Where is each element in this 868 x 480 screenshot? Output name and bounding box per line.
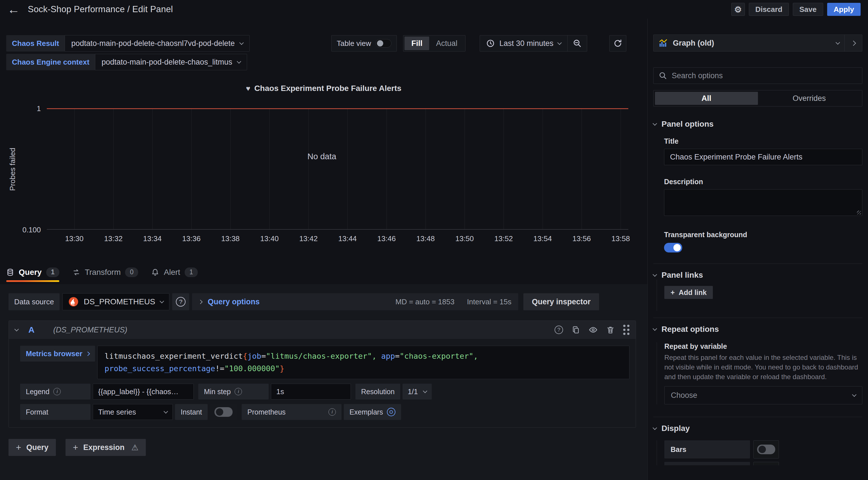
- refresh-icon: [613, 39, 622, 48]
- back-arrow-icon[interactable]: ←: [7, 3, 20, 15]
- instant-label: Instant: [175, 404, 208, 420]
- y-tick-label: 0.100: [12, 226, 41, 234]
- query-workspace: Data source DS_PROMETHEUS ?: [0, 284, 647, 480]
- trash-icon[interactable]: [606, 325, 615, 334]
- tab-transform[interactable]: Transform 0: [72, 261, 138, 284]
- query-options-bar[interactable]: Query options MD = auto = 1853 Interval …: [192, 293, 518, 310]
- add-link-button[interactable]: + Add link: [664, 286, 713, 299]
- resolution-value: 1/1: [408, 387, 418, 396]
- query-row-header[interactable]: A (DS_PROMETHEUS) ?: [9, 321, 636, 339]
- panel-links-header[interactable]: Panel links: [653, 271, 862, 280]
- zoom-out-button[interactable]: [567, 35, 587, 51]
- tab-alert[interactable]: Alert 1: [151, 261, 198, 284]
- help-icon[interactable]: ?: [555, 325, 563, 334]
- x-tick-label: 13:58: [612, 234, 630, 243]
- repeat-variable-select[interactable]: Choose: [664, 386, 862, 404]
- add-expression-button[interactable]: + Expression ⚠: [65, 439, 146, 456]
- save-button[interactable]: Save: [793, 3, 823, 16]
- tab-all[interactable]: All: [655, 92, 758, 105]
- prometheus-icon: [68, 297, 79, 307]
- table-view-toggle[interactable]: [376, 39, 392, 47]
- chevron-down-icon: [836, 40, 840, 44]
- promql-editor[interactable]: litmuschaos_experiment_verdict{job="litm…: [97, 346, 629, 379]
- choose-placeholder: Choose: [671, 391, 697, 400]
- panel-options-header[interactable]: Panel options: [653, 119, 862, 129]
- tab-label: Alert: [164, 268, 180, 277]
- resolution-select[interactable]: 1/1: [403, 384, 432, 400]
- transparent-bg-toggle[interactable]: [664, 243, 682, 252]
- eye-icon[interactable]: [589, 325, 598, 334]
- datasource-label: Data source: [8, 293, 60, 310]
- variable-value-dropdown[interactable]: podtato-main-pod-delete-chaos_litmus: [95, 54, 247, 70]
- duplicate-icon[interactable]: [571, 325, 580, 334]
- chevron-right-icon: [86, 351, 90, 356]
- display-body: Bars: [657, 440, 862, 465]
- viz-picker-expand-button[interactable]: [844, 35, 862, 51]
- collapse-chevron-icon: [653, 272, 657, 277]
- legend-input[interactable]: [93, 384, 194, 400]
- option-label: [664, 462, 750, 465]
- time-range-button[interactable]: Last 30 minutes: [480, 35, 567, 51]
- max-data-points: MD = auto = 1853: [396, 298, 455, 306]
- collapse-chevron-icon[interactable]: [14, 327, 19, 331]
- x-tick-label: 13:36: [182, 234, 200, 243]
- section-title: Repeat options: [661, 325, 719, 334]
- resize-handle[interactable]: [857, 210, 861, 214]
- panel-options-body: Title Description Transparent background: [657, 137, 862, 254]
- bars-toggle[interactable]: [757, 445, 775, 454]
- panel-title-input[interactable]: [664, 149, 862, 165]
- discard-button[interactable]: Discard: [749, 3, 789, 16]
- x-tick-label: 13:42: [299, 234, 318, 243]
- visualization-picker[interactable]: Graph (old): [653, 35, 862, 52]
- search-options-input[interactable]: [672, 71, 857, 80]
- instant-toggle[interactable]: [214, 407, 232, 417]
- datasource-picker[interactable]: DS_PROMETHEUS: [62, 293, 169, 310]
- query-ref-id: A: [28, 325, 35, 335]
- gridline: [542, 109, 543, 229]
- info-icon: i: [53, 388, 61, 395]
- collapse-chevron-icon: [653, 425, 657, 430]
- section-divider: [653, 264, 862, 264]
- search-icon: [659, 71, 667, 80]
- variable-value-dropdown[interactable]: podtato-main-pod-delete-chaosnl7vd-pod-d…: [65, 35, 249, 52]
- metrics-browser-button[interactable]: Metrics browser: [20, 346, 95, 362]
- repeat-options-header[interactable]: Repeat options: [653, 325, 862, 334]
- datasource-help-button[interactable]: ?: [172, 293, 189, 310]
- datasource-name: DS_PROMETHEUS: [84, 297, 155, 306]
- query-inspector-button[interactable]: Query inspector: [523, 293, 599, 310]
- panel-settings-button[interactable]: ⚙: [731, 3, 745, 16]
- tab-overrides[interactable]: Overrides: [758, 92, 861, 105]
- actual-option[interactable]: Actual: [429, 37, 464, 50]
- instant-toggle-box: [210, 404, 237, 420]
- dashboard-variables: Chaos Result podtato-main-pod-delete-cha…: [6, 35, 250, 70]
- format-select[interactable]: Time series: [93, 404, 173, 420]
- chevron-down-icon: [557, 40, 562, 45]
- variable-chaos-engine-context: Chaos Engine context podtato-main-pod-de…: [6, 54, 250, 70]
- min-step-input[interactable]: [271, 384, 351, 400]
- add-query-button[interactable]: + Query: [8, 439, 56, 456]
- gridline: [386, 109, 387, 229]
- chevron-down-icon: [160, 299, 164, 303]
- plot-area[interactable]: No data 13:3013:3213:3413:3613:3813:4013…: [47, 108, 628, 230]
- resolution-label: Resolution: [355, 384, 400, 400]
- x-tick-label: 13:52: [494, 234, 513, 243]
- apply-button[interactable]: Apply: [827, 3, 861, 16]
- panel-description-textarea[interactable]: [664, 189, 862, 216]
- display-header[interactable]: Display: [653, 424, 862, 433]
- options-filter-tabs: All Overrides: [653, 90, 862, 107]
- zoom-out-icon: [573, 39, 582, 48]
- option-toggle-box: [753, 462, 779, 465]
- refresh-button[interactable]: [609, 35, 626, 52]
- gridline: [152, 109, 153, 229]
- table-view-control[interactable]: Table view: [331, 35, 397, 52]
- header-actions: ⚙ Discard Save Apply: [731, 3, 861, 16]
- y-tick-label: 1: [12, 104, 41, 113]
- variable-label: Chaos Engine context: [6, 54, 95, 70]
- tab-query[interactable]: Query 1: [6, 261, 59, 284]
- exemplars-control[interactable]: Exemplars: [344, 404, 401, 420]
- interval: Interval = 15s: [467, 298, 512, 306]
- drag-handle-icon[interactable]: [623, 325, 629, 335]
- fill-option[interactable]: Fill: [404, 37, 429, 50]
- format-label: Format: [20, 404, 91, 420]
- variable-value: podtato-main-pod-delete-chaos_litmus: [101, 58, 232, 67]
